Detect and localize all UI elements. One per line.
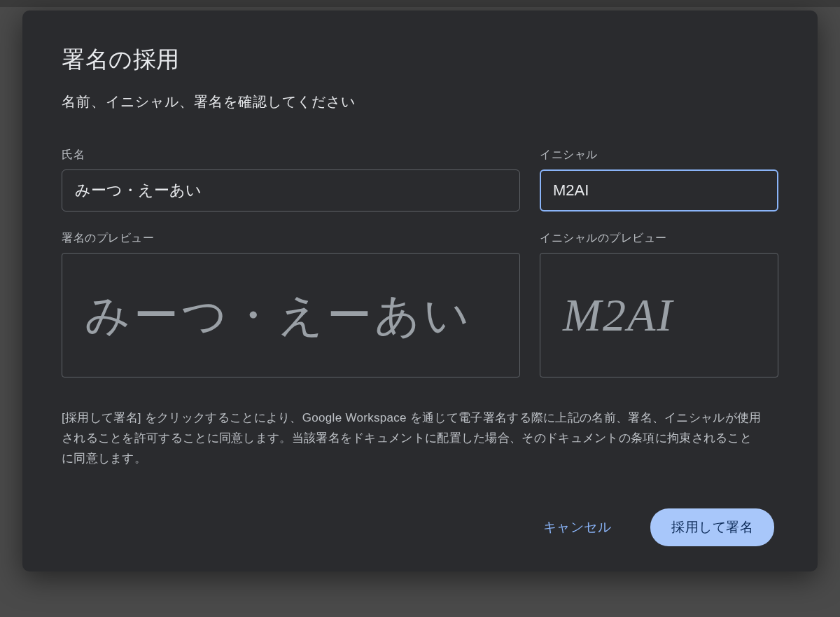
signature-preview-label: 署名のプレビュー xyxy=(62,231,520,246)
initials-preview-label: イニシャルのプレビュー xyxy=(540,231,778,246)
form-row: 氏名 イニシャル xyxy=(62,148,778,212)
initials-preview-box: M2AI xyxy=(540,253,778,377)
consent-text: [採用して署名] をクリックすることにより、Google Workspace を… xyxy=(62,408,762,469)
modal-buttons: キャンセル 採用して署名 xyxy=(62,508,778,555)
initials-preview-text: M2AI xyxy=(563,289,673,342)
modal-title: 署名の採用 xyxy=(62,44,778,76)
name-label: 氏名 xyxy=(62,148,520,162)
signature-preview-box: みーつ・えーあい xyxy=(62,253,520,377)
adopt-sign-button[interactable]: 採用して署名 xyxy=(650,508,774,546)
initials-preview-group: イニシャルのプレビュー M2AI xyxy=(540,231,778,377)
signature-preview-text: みーつ・えーあい xyxy=(85,285,472,346)
adopt-signature-modal: 署名の採用 名前、イニシャル、署名を確認してください 氏名 イニシャル 署名のプ… xyxy=(22,11,818,571)
initials-field-group: イニシャル xyxy=(540,148,778,212)
preview-row: 署名のプレビュー みーつ・えーあい イニシャルのプレビュー M2AI xyxy=(62,231,778,377)
name-input[interactable] xyxy=(62,169,520,212)
modal-subtitle: 名前、イニシャル、署名を確認してください xyxy=(62,92,778,111)
initials-input[interactable] xyxy=(540,169,778,212)
backdrop xyxy=(0,0,840,7)
initials-label: イニシャル xyxy=(540,148,778,162)
signature-preview-group: 署名のプレビュー みーつ・えーあい xyxy=(62,231,520,377)
name-field-group: 氏名 xyxy=(62,148,520,212)
cancel-button[interactable]: キャンセル xyxy=(524,508,631,546)
